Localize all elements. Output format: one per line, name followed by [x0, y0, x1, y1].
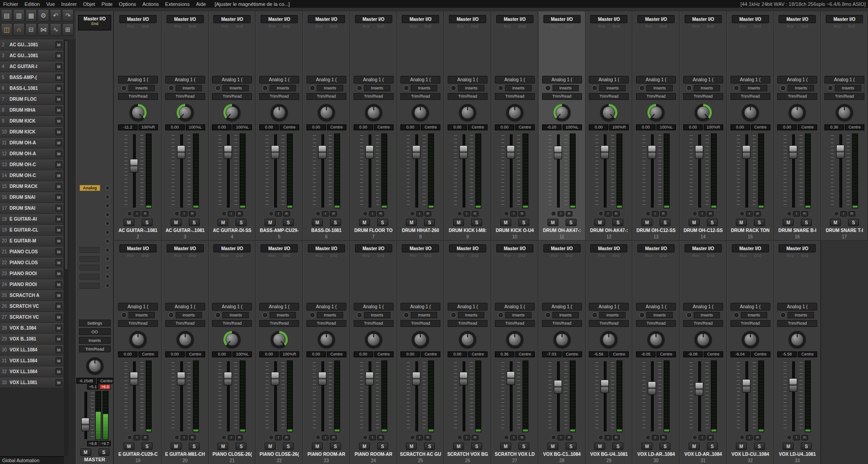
- solo-button[interactable]: S: [518, 219, 529, 226]
- pan-readout[interactable]: Centre: [515, 124, 535, 130]
- output-route-button[interactable]: Master I/O: [779, 15, 816, 23]
- automation-mode-button[interactable]: Trim/Read: [542, 93, 582, 100]
- input-select-button[interactable]: Analog 1 (: [542, 76, 582, 84]
- fader-handle[interactable]: [789, 145, 797, 159]
- volume-fader[interactable]: [271, 360, 279, 432]
- magnet-snap-button[interactable]: ∩: [13, 23, 25, 36]
- pan-knob[interactable]: [223, 101, 241, 124]
- mute-button[interactable]: M: [55, 281, 62, 288]
- mute-button[interactable]: M: [312, 219, 323, 226]
- volume-fader[interactable]: [224, 360, 232, 432]
- menu-item-1[interactable]: Fichier: [0, 1, 21, 7]
- input-monitor-button[interactable]: I: [699, 211, 705, 217]
- track-row-25[interactable]: 25SCRACTCH AM: [0, 290, 64, 301]
- receives-label[interactable]: Rcv: [504, 24, 511, 29]
- mute-button[interactable]: M: [641, 219, 652, 226]
- fx-bypass-icon[interactable]: [215, 85, 221, 91]
- input-monitor-button[interactable]: I: [181, 211, 187, 217]
- routing-slot[interactable]: [79, 256, 99, 262]
- volume-fader[interactable]: [507, 360, 515, 432]
- input-select-button[interactable]: Analog 1 (: [306, 303, 346, 311]
- volume-fader[interactable]: [648, 133, 656, 208]
- input-monitor-icon[interactable]: [504, 211, 509, 216]
- solo-button[interactable]: S: [236, 443, 247, 450]
- pan-knob[interactable]: [600, 101, 617, 124]
- routing-select-icon[interactable]: [105, 248, 110, 252]
- volume-fader[interactable]: [365, 133, 374, 208]
- mute-button[interactable]: M: [55, 52, 62, 59]
- solo-button[interactable]: S: [283, 219, 294, 226]
- mute-button[interactable]: M: [312, 443, 323, 450]
- output-route-button[interactable]: Master I/O: [732, 244, 769, 252]
- mute-button[interactable]: M: [55, 96, 62, 103]
- sends-label[interactable]: Snd: [283, 24, 290, 29]
- volume-readout[interactable]: 0.36: [495, 351, 514, 357]
- automation-mode-button[interactable]: Trim/Read: [400, 320, 440, 327]
- solo-button[interactable]: S: [801, 443, 812, 450]
- pan-knob[interactable]: [318, 328, 335, 351]
- channel-strip-29[interactable]: Master I/ORcvSndAnalog 1 (InsertsTrim/Re…: [586, 241, 633, 464]
- track-row-7[interactable]: 7DRUM FLOCM: [0, 94, 64, 105]
- record-arm-button[interactable]: R: [472, 211, 478, 217]
- fader-handle[interactable]: [271, 372, 279, 385]
- sends-label[interactable]: Snd: [801, 24, 808, 29]
- track-row-9[interactable]: 9DRUM KICKM: [0, 116, 64, 127]
- input-select-button[interactable]: Analog 1 (: [354, 76, 394, 84]
- pan-readout[interactable]: Centre: [562, 351, 582, 357]
- automation-mode-button[interactable]: Trim/Read: [824, 93, 864, 100]
- receives-label[interactable]: Rcv: [692, 24, 700, 29]
- fader-handle[interactable]: [507, 371, 515, 385]
- sends-label[interactable]: Snd: [330, 253, 337, 258]
- mute-button[interactable]: M: [500, 443, 511, 450]
- volume-fader[interactable]: [554, 133, 562, 208]
- record-arm-button[interactable]: R: [754, 211, 761, 217]
- output-route-button[interactable]: Master I/O: [637, 15, 675, 23]
- output-route-button[interactable]: Master I/O: [685, 15, 722, 23]
- mute-button[interactable]: M: [55, 292, 62, 299]
- volume-fader[interactable]: [271, 133, 279, 208]
- record-arm-button[interactable]: R: [142, 435, 148, 440]
- fader-handle[interactable]: [459, 145, 468, 159]
- pan-knob[interactable]: [506, 328, 523, 351]
- track-row-23[interactable]: 23PIANO ROOIM: [0, 268, 64, 279]
- project-settings-button[interactable]: ⚙: [38, 9, 49, 22]
- automation-mode-button[interactable]: Trim/Read: [212, 320, 252, 327]
- master-automation-mode-button[interactable]: Trim/Read: [79, 346, 111, 352]
- automation-mode-button[interactable]: Trim/Read: [636, 93, 676, 100]
- channel-strip-30[interactable]: Master I/ORcvSndAnalog 1 (InsertsTrim/Re…: [632, 241, 680, 464]
- automation-mode-button[interactable]: Trim/Read: [212, 93, 252, 100]
- pan-knob[interactable]: [695, 101, 712, 124]
- solo-button[interactable]: S: [848, 219, 859, 226]
- input-monitor-button[interactable]: I: [510, 435, 517, 440]
- automation-mode-button[interactable]: Trim/Read: [354, 93, 394, 100]
- sends-label[interactable]: Snd: [471, 24, 478, 29]
- channel-strip-8[interactable]: Master I/ORcvSndAnalog 1 (InsertsTrim/Re…: [397, 11, 444, 241]
- mute-button[interactable]: M: [55, 314, 62, 321]
- mute-button[interactable]: M: [736, 443, 747, 450]
- fader-handle[interactable]: [177, 145, 185, 159]
- record-arm-button[interactable]: R: [330, 211, 337, 217]
- input-monitor-icon[interactable]: [787, 435, 792, 440]
- track-row-14[interactable]: 14DRUM OH-CM: [0, 170, 64, 181]
- inserts-button[interactable]: Inserts: [694, 85, 720, 91]
- fx-bypass-icon[interactable]: [404, 85, 409, 91]
- routing-slot[interactable]: [79, 247, 99, 253]
- channel-strip-26[interactable]: Master I/ORcvSndAnalog 1 (InsertsTrim/Re…: [444, 241, 491, 464]
- fx-bypass-icon[interactable]: [545, 85, 551, 91]
- volume-readout[interactable]: -6.04: [730, 351, 750, 357]
- volume-readout[interactable]: 0.00: [306, 124, 326, 130]
- mute-button[interactable]: M: [217, 443, 228, 450]
- mute-button[interactable]: M: [55, 63, 62, 70]
- fader-handle[interactable]: [554, 380, 562, 394]
- input-monitor-button[interactable]: I: [793, 211, 800, 217]
- routing-select-icon[interactable]: [105, 203, 110, 208]
- inserts-button[interactable]: Inserts: [411, 85, 437, 91]
- mute-button[interactable]: M: [55, 128, 62, 135]
- output-route-button[interactable]: Master I/O: [449, 15, 486, 23]
- sends-label[interactable]: Snd: [142, 253, 149, 258]
- volume-readout[interactable]: 0.00: [495, 124, 514, 130]
- record-arm-button[interactable]: R: [660, 435, 667, 440]
- record-arm-button[interactable]: R: [283, 435, 290, 440]
- inserts-button[interactable]: Inserts: [176, 85, 202, 91]
- input-monitor-icon[interactable]: [127, 435, 132, 440]
